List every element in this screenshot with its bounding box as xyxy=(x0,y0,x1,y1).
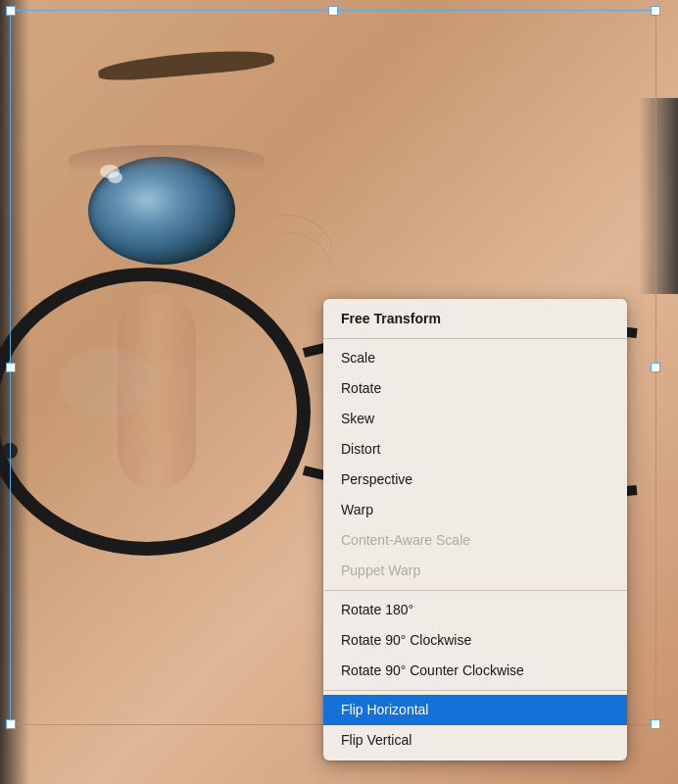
eye-highlight xyxy=(100,165,120,178)
menu-item-free-transform[interactable]: Free Transform xyxy=(323,304,627,334)
menu-separator xyxy=(323,690,627,691)
menu-item-skew[interactable]: Skew xyxy=(323,404,627,434)
menu-item-rotate-180[interactable]: Rotate 180° xyxy=(323,595,627,625)
context-menu: Free TransformScaleRotateSkewDistortPers… xyxy=(323,299,627,760)
menu-item-warp[interactable]: Warp xyxy=(323,495,627,525)
glasses-arm-right xyxy=(639,98,678,294)
eyelid xyxy=(69,145,265,172)
menu-separator xyxy=(323,590,627,591)
menu-item-distort[interactable]: Distort xyxy=(323,434,627,465)
photo-canvas: Free TransformScaleRotateSkewDistortPers… xyxy=(0,0,678,784)
menu-item-rotate-90-ccw[interactable]: Rotate 90° Counter Clockwise xyxy=(323,656,627,686)
menu-item-content-aware-scale: Content-Aware Scale xyxy=(323,525,627,556)
menu-item-rotate-90-cw[interactable]: Rotate 90° Clockwise xyxy=(323,625,627,656)
menu-item-flip-horizontal[interactable]: Flip Horizontal xyxy=(323,695,627,725)
menu-item-puppet-warp: Puppet Warp xyxy=(323,556,627,586)
menu-item-scale[interactable]: Scale xyxy=(323,343,627,373)
menu-separator xyxy=(323,338,627,339)
menu-item-rotate[interactable]: Rotate xyxy=(323,373,627,404)
svg-point-1 xyxy=(59,348,157,416)
svg-point-0 xyxy=(0,274,304,549)
menu-item-perspective[interactable]: Perspective xyxy=(323,465,627,495)
menu-item-flip-vertical[interactable]: Flip Vertical xyxy=(323,725,627,756)
glasses-arm-left xyxy=(0,0,29,784)
